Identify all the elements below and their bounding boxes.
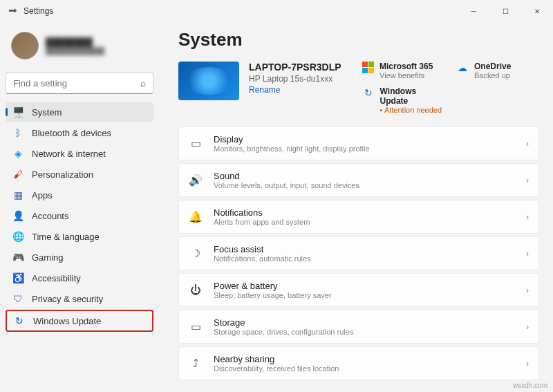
user-name: ████████ [46, 37, 104, 47]
nav-icon: ↻ [14, 315, 25, 326]
sidebar-item-windows-update[interactable]: ↻Windows Update [6, 310, 153, 332]
setting-sub: Monitors, brightness, night light, displ… [214, 144, 515, 153]
promo-icon: ☁ [456, 62, 469, 74]
device-image [178, 62, 239, 100]
setting-sub: Sleep, battery usage, battery saver [214, 291, 515, 299]
sidebar-item-network-internet[interactable]: ◈Network & internet [6, 144, 153, 163]
page-title: System [178, 29, 539, 50]
nav-label: Windows Update [33, 316, 101, 326]
setting-title: Display [214, 134, 515, 144]
nav-label: Apps [32, 190, 53, 200]
chevron-right-icon: › [526, 212, 529, 222]
nav-label: Bluetooth & devices [32, 128, 111, 138]
nav-label: Privacy & security [32, 294, 103, 304]
setting-icon: 🔔 [189, 210, 203, 224]
setting-title: Focus assist [214, 244, 515, 254]
chevron-right-icon: › [526, 249, 529, 259]
setting-notifications[interactable]: 🔔NotificationsAlerts from apps and syste… [178, 200, 539, 234]
setting-nearby-sharing[interactable]: ⤴Nearby sharingDiscoverability, received… [178, 346, 539, 380]
promo-title: OneDrive [474, 62, 511, 71]
nav-icon: ᛒ [12, 127, 24, 138]
maximize-button[interactable]: ☐ [489, 0, 521, 22]
setting-title: Notifications [214, 207, 515, 218]
nav-icon: 👤 [12, 210, 24, 221]
promo-title: Microsoft 365 [379, 62, 433, 71]
back-arrow-icon[interactable]: ⮕ [8, 6, 18, 17]
chevron-right-icon: › [526, 176, 529, 185]
watermark: wsxdh.com [513, 382, 547, 389]
app-title: Settings [24, 6, 53, 16]
minimize-button[interactable]: ─ [458, 0, 489, 22]
setting-sub: Storage space, drives, configuration rul… [214, 328, 515, 336]
nav-icon: ◈ [12, 148, 24, 159]
sidebar-item-apps[interactable]: ▦Apps [6, 185, 153, 205]
promo-microsoft-[interactable]: Microsoft 365View benefits [362, 62, 445, 80]
nav-label: Personalization [32, 169, 93, 180]
close-button[interactable]: ✕ [521, 0, 553, 22]
user-profile[interactable]: ████████ ████████████ [6, 28, 159, 64]
nav-label: Gaming [32, 252, 64, 263]
setting-sub: Discoverability, received files location [214, 364, 515, 373]
microsoft-logo-icon [362, 62, 374, 73]
setting-display[interactable]: ▭DisplayMonitors, brightness, night ligh… [178, 127, 539, 160]
setting-icon: ☽ [189, 247, 203, 261]
rename-link[interactable]: Rename [249, 85, 341, 95]
promo-onedrive[interactable]: ☁OneDriveBacked up [456, 62, 539, 80]
nav-icon: 🖌 [12, 169, 24, 180]
nav-label: Accessibility [32, 273, 81, 283]
setting-sub: Notifications, automatic rules [214, 254, 515, 263]
setting-icon: ▭ [189, 137, 203, 151]
nav-icon: ♿ [12, 272, 24, 283]
device-name: LAPTOP-7PSR3DLP [249, 62, 341, 73]
setting-title: Power & battery [214, 281, 515, 291]
sidebar-item-accessibility[interactable]: ♿Accessibility [6, 268, 153, 288]
setting-icon: ⏻ [189, 283, 203, 297]
search-icon: ⌕ [140, 77, 146, 88]
setting-icon: ⤴ [189, 357, 203, 371]
setting-sound[interactable]: 🔊SoundVolume levels, output, input, soun… [178, 163, 539, 197]
nav-label: System [32, 107, 62, 118]
setting-power-battery[interactable]: ⏻Power & batterySleep, battery usage, ba… [178, 273, 539, 307]
sidebar-item-personalization[interactable]: 🖌Personalization [6, 165, 153, 184]
device-model: HP Laptop 15s-du1xxx [249, 74, 341, 84]
sidebar-item-gaming[interactable]: 🎮Gaming [6, 248, 153, 267]
setting-sub: Alerts from apps and system [214, 218, 515, 226]
setting-icon: ▭ [189, 320, 203, 334]
promo-sub: Backed up [474, 71, 511, 80]
promo-sub: View benefits [379, 71, 433, 80]
setting-icon: 🔊 [189, 174, 203, 187]
nav-icon: 🛡 [12, 293, 24, 304]
chevron-right-icon: › [526, 139, 529, 149]
nav-label: Accounts [32, 211, 68, 221]
nav-label: Network & internet [32, 149, 106, 159]
promo-title: Windows Update [380, 86, 445, 106]
chevron-right-icon: › [526, 322, 529, 332]
sidebar-item-privacy-security[interactable]: 🛡Privacy & security [6, 289, 153, 308]
sidebar-item-time-language[interactable]: 🌐Time & language [6, 227, 153, 246]
sidebar-item-system[interactable]: 🖥️System [6, 102, 153, 122]
chevron-right-icon: › [526, 286, 529, 295]
sidebar-item-bluetooth-devices[interactable]: ᛒBluetooth & devices [6, 123, 153, 142]
search-box[interactable]: ⌕ [6, 72, 153, 94]
setting-sub: Volume levels, output, input, sound devi… [214, 181, 515, 189]
nav-icon: 🌐 [12, 231, 24, 242]
search-input[interactable] [13, 78, 140, 88]
promo-icon: ↻ [362, 86, 375, 99]
nav-icon: ▦ [12, 189, 24, 200]
nav-icon: 🎮 [12, 252, 24, 263]
avatar [11, 32, 39, 59]
promo-sub: • Attention needed [380, 106, 445, 114]
user-email: ████████████ [46, 47, 104, 55]
setting-title: Nearby sharing [214, 354, 515, 364]
sidebar-item-accounts[interactable]: 👤Accounts [6, 206, 153, 225]
setting-storage[interactable]: ▭StorageStorage space, drives, configura… [178, 310, 539, 344]
chevron-right-icon: › [526, 359, 529, 368]
setting-title: Storage [214, 317, 515, 328]
setting-focus-assist[interactable]: ☽Focus assistNotifications, automatic ru… [178, 236, 539, 270]
setting-title: Sound [214, 171, 515, 181]
device-card: LAPTOP-7PSR3DLP HP Laptop 15s-du1xxx Ren… [178, 62, 351, 114]
promo-windows-update[interactable]: ↻Windows Update• Attention needed [362, 86, 445, 114]
nav-label: Time & language [32, 232, 100, 242]
nav-icon: 🖥️ [12, 106, 24, 118]
